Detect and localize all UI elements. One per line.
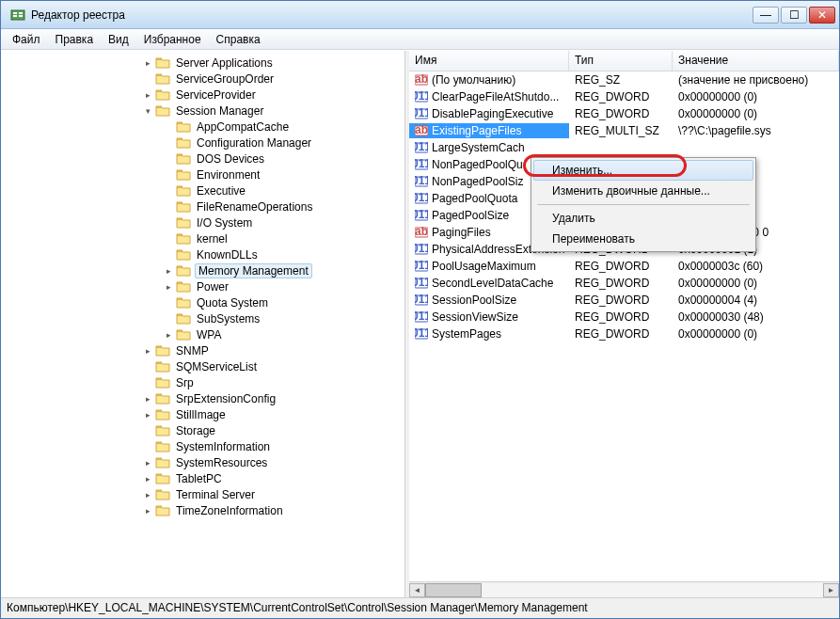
cell-value: 0x00000000 (0) <box>673 106 839 121</box>
menu-favorites[interactable]: Избранное <box>136 31 209 48</box>
tree-node[interactable]: ▸StillImage <box>1 406 404 422</box>
tree-node[interactable]: Executive <box>1 183 404 198</box>
titlebar[interactable]: Редактор реестра — ☐ ✕ <box>1 1 839 29</box>
expando-icon[interactable]: ▸ <box>142 457 153 468</box>
header-name[interactable]: Имя <box>409 51 569 71</box>
maximize-button[interactable]: ☐ <box>781 7 807 24</box>
tree-label: AppCompatCache <box>195 120 291 134</box>
expando-icon[interactable]: ▾ <box>142 105 153 117</box>
header-type[interactable]: Тип <box>569 51 673 71</box>
svg-text:011: 011 <box>415 209 428 221</box>
tree-node[interactable]: ▸TabletPC <box>1 470 404 486</box>
expando-icon[interactable]: ▸ <box>163 265 174 277</box>
expando-icon[interactable]: ▸ <box>163 281 174 293</box>
list-row[interactable]: 011SessionPoolSizeREG_DWORD0x00000004 (4… <box>409 292 839 309</box>
context-item[interactable]: Переименовать <box>533 229 753 249</box>
tree-node[interactable]: ServiceGroupOrder <box>1 71 404 87</box>
tree-node[interactable]: ▸SystemResources <box>1 454 404 470</box>
cell-type <box>569 147 673 149</box>
tree-pane[interactable]: ▸Server ApplicationsServiceGroupOrder▸Se… <box>1 51 405 597</box>
list-row[interactable]: abExistingPageFilesREG_MULTI_SZ\??\C:\pa… <box>409 122 839 139</box>
tree-node[interactable]: kernel <box>1 230 404 246</box>
tree-node[interactable]: ▸TimeZoneInformation <box>1 502 404 518</box>
tree-label: WPA <box>195 328 223 341</box>
hscroll-right-button[interactable]: ► <box>823 583 839 597</box>
tree-node[interactable]: ▸Power <box>1 278 404 294</box>
tree-node[interactable]: ▸ServiceProvider <box>1 87 404 103</box>
svg-text:011: 011 <box>415 158 428 170</box>
expando-icon[interactable]: ▸ <box>142 409 153 421</box>
tree-node[interactable]: Configuration Manager <box>1 135 404 151</box>
hscroll-thumb[interactable] <box>425 583 482 597</box>
cell-type: REG_DWORD <box>569 276 673 291</box>
tree-node[interactable]: ▸Server Applications <box>1 55 404 71</box>
tree-node[interactable]: Storage <box>1 422 404 438</box>
cell-type: REG_MULTI_SZ <box>569 123 673 138</box>
list-row[interactable]: 011SecondLevelDataCacheREG_DWORD0x000000… <box>409 275 839 292</box>
context-item[interactable]: Изменить... <box>533 160 753 181</box>
tree-node[interactable]: KnownDLLs <box>1 246 404 262</box>
tree-label: Environment <box>195 168 262 182</box>
menu-file[interactable]: Файл <box>5 31 48 48</box>
tree-node[interactable]: ▾Session Manager <box>1 103 404 119</box>
minimize-button[interactable]: — <box>753 7 779 24</box>
tree-node[interactable]: ▸SNMP <box>1 342 404 358</box>
hscrollbar[interactable]: ◄ ► <box>409 581 839 597</box>
tree-node[interactable]: I/O System <box>1 214 404 230</box>
tree-node[interactable]: SQMServiceList <box>1 358 404 374</box>
expando-icon[interactable]: ▸ <box>163 329 174 341</box>
list-row[interactable]: ab(По умолчанию)REG_SZ(значение не присв… <box>409 71 839 88</box>
tree-label: DOS Devices <box>195 152 266 166</box>
svg-text:011: 011 <box>415 310 428 323</box>
tree-label: Storage <box>174 424 217 437</box>
expando-icon[interactable]: ▸ <box>142 505 153 516</box>
expando-icon[interactable]: ▸ <box>142 345 153 357</box>
tree-label: SubSystems <box>195 312 262 325</box>
menu-help[interactable]: Справка <box>209 31 268 48</box>
tree-node[interactable]: AppCompatCache <box>1 119 404 135</box>
tree-node[interactable]: ▸Memory Management <box>1 262 404 278</box>
tree-node[interactable]: Environment <box>1 167 404 183</box>
tree-node[interactable]: ▸WPA <box>1 326 404 342</box>
context-item[interactable]: Изменить двоичные данные... <box>533 181 753 201</box>
list-row[interactable]: 011SystemPagesREG_DWORD0x00000000 (0) <box>409 325 839 342</box>
cell-name: 011LargeSystemCach <box>409 140 569 155</box>
cell-value: 0x0000003c (60) <box>673 259 839 274</box>
tree-label: SystemResources <box>174 456 269 469</box>
tree-node[interactable]: SubSystems <box>1 310 404 326</box>
list-row[interactable]: 011DisablePagingExecutiveREG_DWORD0x0000… <box>409 105 839 122</box>
list-row[interactable]: 011PoolUsageMaximumREG_DWORD0x0000003c (… <box>409 258 839 275</box>
hscroll-left-button[interactable]: ◄ <box>409 583 425 597</box>
svg-text:ab: ab <box>415 73 428 86</box>
tree-node[interactable]: Srp <box>1 374 404 390</box>
close-button[interactable]: ✕ <box>809 7 835 24</box>
expando-icon[interactable]: ▸ <box>142 473 153 484</box>
expando-icon[interactable]: ▸ <box>142 489 153 500</box>
hscroll-track[interactable] <box>425 583 823 597</box>
tree-node[interactable]: ▸Terminal Server <box>1 486 404 502</box>
list-row[interactable]: 011SessionViewSizeREG_DWORD0x00000030 (4… <box>409 309 839 325</box>
svg-text:011: 011 <box>415 294 428 306</box>
tree-node[interactable]: SystemInformation <box>1 438 404 454</box>
expando-icon[interactable]: ▸ <box>142 57 153 69</box>
header-value[interactable]: Значение <box>673 51 839 71</box>
tree-label: SQMServiceList <box>174 360 259 373</box>
cell-value: 0x00000000 (0) <box>673 276 839 291</box>
context-item[interactable]: Удалить <box>533 208 753 229</box>
window-title: Редактор реестра <box>31 8 753 22</box>
cell-name: 011SecondLevelDataCache <box>409 276 569 291</box>
tree-label: Quota System <box>195 296 270 310</box>
tree-label: Memory Management <box>195 263 312 278</box>
list-row[interactable]: 011LargeSystemCach <box>409 139 839 156</box>
list-row[interactable]: 011ClearPageFileAtShutdo...REG_DWORD0x00… <box>409 88 839 105</box>
tree-node[interactable]: FileRenameOperations <box>1 198 404 214</box>
tree-label: Executive <box>195 184 247 198</box>
tree-node[interactable]: DOS Devices <box>1 151 404 167</box>
menu-view[interactable]: Вид <box>101 31 136 48</box>
tree-node[interactable]: ▸SrpExtensionConfig <box>1 390 404 406</box>
list-body[interactable]: ab(По умолчанию)REG_SZ(значение не присв… <box>409 71 839 581</box>
expando-icon[interactable]: ▸ <box>142 89 153 101</box>
tree-node[interactable]: Quota System <box>1 294 404 310</box>
menu-edit[interactable]: Правка <box>48 31 102 48</box>
expando-icon[interactable]: ▸ <box>142 393 153 405</box>
